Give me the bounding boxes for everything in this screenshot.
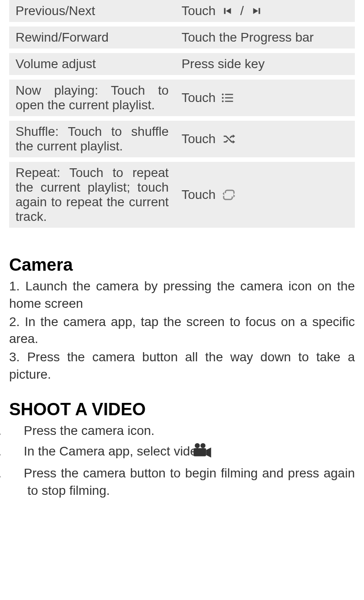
row-label: Previous/Next <box>9 0 175 22</box>
table-row: Rewind/Forward Touch the Progress bar <box>9 27 355 48</box>
controls-table: Previous/Next Touch / Rewind/Forward Tou… <box>9 0 355 228</box>
svg-rect-3 <box>225 97 233 99</box>
table-row: Now playing: Touch to open the current p… <box>9 80 355 116</box>
row-value: Touch <box>175 80 355 116</box>
row-label: Rewind/Forward <box>9 27 175 48</box>
row-value: Touch / <box>175 0 355 22</box>
table-row: Previous/Next Touch / <box>9 0 355 22</box>
shuffle-icon <box>221 132 237 146</box>
row-label: Repeat: Touch to repeat the current play… <box>9 162 175 228</box>
svg-point-4 <box>222 101 224 102</box>
separator: / <box>238 4 246 18</box>
svg-point-0 <box>222 94 224 96</box>
row-label: Volume adjust <box>9 53 175 75</box>
step-number: 2. <box>9 443 24 460</box>
step-text: Press the camera button to begin filming… <box>24 466 355 498</box>
svg-point-7 <box>200 443 206 448</box>
skip-prev-icon <box>221 5 233 17</box>
svg-rect-5 <box>225 101 233 102</box>
shoot-video-heading: SHOOT A VIDEO <box>9 400 355 419</box>
step-text: In the Camera app, select video <box>24 444 204 458</box>
camera-steps: 1. Launch the camera by pressing the cam… <box>9 278 355 383</box>
row-value: Touch <box>175 121 355 157</box>
video-step: 1.Press the camera icon. <box>9 422 355 439</box>
video-steps: 1.Press the camera icon. 2.In the Camera… <box>9 422 355 499</box>
camera-heading: Camera <box>9 255 355 275</box>
row-label: Shuffle: Touch to shuffle the current pl… <box>9 121 175 157</box>
svg-point-6 <box>195 443 200 448</box>
repeat-icon <box>221 188 237 202</box>
svg-rect-1 <box>225 94 233 95</box>
row-value: Touch <box>175 162 355 228</box>
camera-step: 3. Press the camera button all the way d… <box>9 348 355 383</box>
video-step: 3.Press the camera button to begin filmi… <box>9 465 355 499</box>
step-text: Press the camera icon. <box>24 423 154 438</box>
svg-rect-8 <box>194 448 206 456</box>
skip-next-icon <box>251 5 263 17</box>
touch-label: Touch <box>181 188 216 202</box>
step-number: 3. <box>9 465 24 482</box>
video-step: 2.In the Camera app, select video <box>9 442 355 462</box>
table-row: Shuffle: Touch to shuffle the current pl… <box>9 121 355 157</box>
table-row: Repeat: Touch to repeat the current play… <box>9 162 355 228</box>
row-value: Touch the Progress bar <box>175 27 355 48</box>
row-label: Now playing: Touch to open the current p… <box>9 80 175 116</box>
touch-label: Touch <box>181 132 216 146</box>
step-number: 1. <box>9 422 24 439</box>
camera-step: 1. Launch the camera by pressing the cam… <box>9 278 355 312</box>
svg-point-2 <box>222 97 224 99</box>
touch-label: Touch <box>181 4 216 18</box>
video-camera-icon <box>211 442 212 462</box>
row-value: Press side key <box>175 53 355 75</box>
touch-label: Touch <box>181 91 216 105</box>
table-row: Volume adjust Press side key <box>9 53 355 75</box>
camera-step: 2. In the camera app, tap the screen to … <box>9 313 355 348</box>
playlist-icon <box>221 92 235 104</box>
